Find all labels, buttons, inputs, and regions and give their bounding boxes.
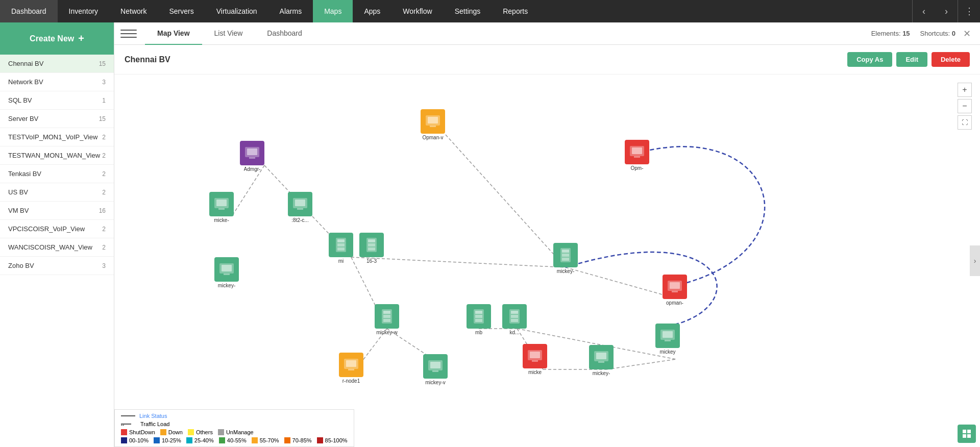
sidebar-item-name-5: TESTWAN_MON1_WAN_View: [8, 152, 100, 159]
node-icon-mickey-right: [655, 324, 680, 348]
nav-arrows: ‹ ›: [912, 0, 958, 22]
node-opman-v[interactable]: Opman-v: [421, 109, 445, 140]
fit-screen-button[interactable]: ⛶: [958, 115, 972, 130]
sidebar-item-10[interactable]: WANCISCOISR_WAN_View2: [0, 238, 114, 257]
svg-rect-73: [665, 340, 671, 341]
bottom-right-action-button[interactable]: [958, 425, 976, 443]
content-area: Map View List View Dashboard Elements: 1…: [114, 22, 980, 447]
sidebar-item-4[interactable]: TESTVoIP_MON1_VoIP_View2: [0, 128, 114, 146]
create-new-button[interactable]: Create New +: [0, 22, 114, 55]
node-8t2c[interactable]: :8t2-c...: [288, 192, 312, 223]
svg-rect-32: [337, 247, 345, 251]
node-16-3[interactable]: 16-3: [359, 233, 384, 264]
sidebar-item-name-1: Network BV: [8, 78, 43, 86]
right-expand-button[interactable]: ›: [970, 245, 980, 276]
node-mickey2[interactable]: mickey-: [214, 257, 239, 288]
node-mickey-bot[interactable]: mickey-: [589, 345, 614, 376]
node-icon-mi1: [329, 233, 353, 257]
elements-info: Elements: 15: [871, 30, 910, 37]
nav-virtualization[interactable]: Virtualization: [205, 0, 268, 22]
nav-alarms[interactable]: Alarms: [268, 0, 313, 22]
sidebar-item-count-11: 3: [102, 262, 106, 269]
legend-range-label-6: 85-100%: [325, 437, 348, 443]
nav-more-button[interactable]: ⋮: [958, 0, 980, 22]
legend-range-label-2: 25-40%: [194, 437, 214, 443]
svg-rect-46: [672, 291, 678, 292]
sidebar-item-name-10: WANCISCOISR_WAN_View: [8, 243, 92, 251]
svg-rect-66: [530, 352, 540, 358]
sidebar-item-name-6: Tenkasi BV: [8, 170, 41, 178]
node-mickey-w[interactable]: mickey-w: [375, 304, 399, 335]
sidebar-item-7[interactable]: US BV2: [0, 183, 114, 202]
svg-rect-28: [297, 208, 303, 210]
nav-apps[interactable]: Apps: [353, 0, 391, 22]
node-admgr[interactable]: Admgr-: [240, 141, 264, 172]
node-mb[interactable]: mb: [467, 304, 491, 335]
nav-inventory[interactable]: Inventory: [58, 0, 110, 22]
node-mickey-mid[interactable]: mickey-: [553, 243, 578, 274]
node-opm-right[interactable]: opman-: [663, 275, 687, 306]
create-new-label: Create New: [30, 34, 74, 43]
sidebar-item-3[interactable]: Server BV15: [0, 110, 114, 128]
node-label-mickey2: mickey-: [218, 283, 235, 288]
tab-map-view[interactable]: Map View: [145, 22, 202, 45]
legend-unmanage: UnManage: [218, 429, 254, 435]
node-mickey-right[interactable]: mickey: [655, 324, 680, 355]
legend-shutdown-label: ShutDown: [129, 429, 155, 435]
node-r-node1[interactable]: r-node1: [339, 353, 363, 384]
node-mickey-v[interactable]: mickey-v: [423, 354, 448, 385]
tab-dashboard[interactable]: Dashboard: [255, 22, 314, 45]
nav-prev-arrow[interactable]: ‹: [913, 0, 935, 22]
zoom-out-button[interactable]: −: [958, 99, 972, 113]
legend-traffic-line: ↔: [121, 424, 131, 425]
node-opm-top[interactable]: Opm-: [625, 140, 649, 171]
sidebar-item-2[interactable]: SQL BV1: [0, 91, 114, 110]
node-micke-red[interactable]: micke: [523, 344, 547, 375]
sidebar-item-8[interactable]: VM BV16: [0, 202, 114, 220]
plus-icon: +: [78, 33, 84, 44]
node-icon-r-node1: [339, 353, 363, 377]
nav-workflow[interactable]: Workflow: [391, 0, 443, 22]
nav-reports[interactable]: Reports: [492, 0, 539, 22]
svg-rect-64: [432, 370, 438, 372]
node-label-opman-v: Opman-v: [422, 135, 443, 140]
node-icon-opman-v: [421, 109, 445, 134]
nav-next-arrow[interactable]: ›: [935, 0, 958, 22]
tab-list-view[interactable]: List View: [202, 22, 255, 45]
copy-as-button[interactable]: Copy As: [847, 52, 892, 67]
sidebar-item-9[interactable]: VPCISCOISR_VoIP_View2: [0, 220, 114, 238]
legend-range-label-1: 10-25%: [162, 437, 181, 443]
map-legend: Link Status ↔ Traffic Load ShutDown: [114, 409, 354, 447]
node-label-micke-red: micke: [528, 369, 542, 375]
node-icon-8t2c: [288, 192, 312, 216]
svg-line-10: [566, 267, 675, 298]
nav-settings[interactable]: Settings: [444, 0, 492, 22]
legend-unmanage-color: [218, 429, 224, 435]
nav-servers[interactable]: Servers: [158, 0, 205, 22]
nav-maps[interactable]: Maps: [313, 0, 353, 22]
map-canvas[interactable]: Admgr- Opman-v Opm-: [114, 74, 980, 447]
svg-rect-31: [337, 243, 345, 246]
nav-network[interactable]: Network: [109, 0, 158, 22]
legend-range-color-3: [219, 437, 225, 443]
delete-button[interactable]: Delete: [932, 52, 970, 67]
node-kd[interactable]: kd...: [502, 304, 527, 335]
node-mi1[interactable]: mi: [329, 233, 353, 264]
hamburger-menu[interactable]: [120, 26, 137, 42]
sidebar-item-6[interactable]: Tenkasi BV2: [0, 165, 114, 183]
sidebar-item-name-11: Zoho BV: [8, 262, 34, 269]
sidebar-item-5[interactable]: TESTWAN_MON1_WAN_View2: [0, 146, 114, 165]
legend-down-color: [160, 429, 166, 435]
edit-button[interactable]: Edit: [896, 52, 927, 67]
sidebar-item-11[interactable]: Zoho BV3: [0, 257, 114, 275]
legend-down: Down: [160, 429, 183, 435]
node-label-8t2c: :8t2-c...: [291, 217, 308, 223]
nav-dashboard[interactable]: Dashboard: [0, 0, 58, 22]
zoom-in-button[interactable]: +: [958, 83, 972, 97]
map-connections-svg: [114, 74, 980, 447]
legend-range-4: 55-70%: [252, 437, 279, 443]
sidebar-item-0[interactable]: Chennai BV15: [0, 55, 114, 73]
tab-close-button[interactable]: ✕: [960, 27, 974, 41]
sidebar-item-1[interactable]: Network BV3: [0, 73, 114, 91]
node-mickey-l[interactable]: micke-: [209, 192, 234, 223]
